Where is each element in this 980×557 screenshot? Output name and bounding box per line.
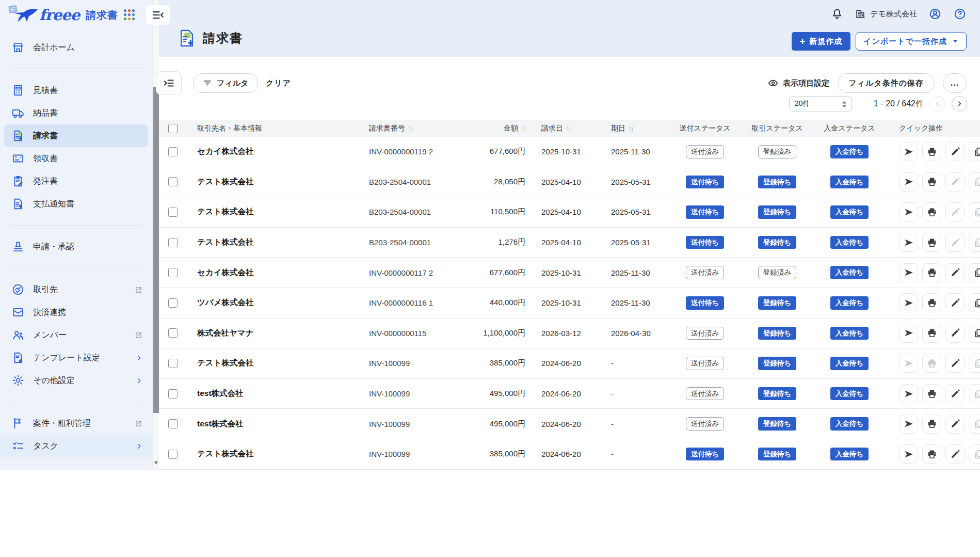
company-name-cell[interactable]: テスト株式会社 [186,237,350,248]
sidebar-item-15[interactable]: その他設定 [0,369,152,392]
row-checkbox[interactable] [168,419,178,428]
scrollbar-down-arrow-icon[interactable]: ▼ [153,460,159,466]
print-action-button[interactable] [922,444,941,464]
filter-button[interactable]: フィルタ [193,73,258,93]
invoice-row[interactable]: test株式会社 INV-100099 495,000円 2024-06-20 … [159,379,980,409]
sidebar-scrollbar-thumb[interactable] [153,87,159,413]
sidebar-item-6[interactable]: 発注書 [0,170,152,193]
bulk-import-button[interactable]: インポートで一括作成 [856,32,967,51]
invoice-row[interactable]: テスト株式会社 B203-2504-00001 28,050円 2025-04-… [159,167,980,198]
row-checkbox[interactable] [168,298,178,308]
sidebar-collapse-button[interactable] [146,5,170,25]
send-action-button[interactable] [899,293,918,312]
copy-action-button[interactable] [969,293,980,312]
invoice-row[interactable]: テスト株式会社 INV-100099 385,000円 2024-06-20 -… [159,348,980,379]
send-action-button[interactable] [899,142,918,161]
sidebar-item-14[interactable]: テンプレート設定 [0,346,152,369]
invoice-row[interactable]: テスト株式会社 B203-2504-00001 110,500円 2025-04… [159,197,980,228]
edit-action-button[interactable] [945,384,965,403]
edit-action-button[interactable] [945,415,965,434]
company-name-cell[interactable]: ツバメ株式会社 [186,297,350,308]
column-header-number[interactable]: 請求書番号 ↑↓ [350,124,454,133]
app-launcher-grid-icon[interactable] [124,9,135,21]
column-header-due_date[interactable]: 期日 ↑↓ [599,124,669,133]
row-checkbox[interactable] [168,328,178,338]
print-action-button[interactable] [922,293,941,312]
send-action-button[interactable] [899,324,918,343]
company-name-cell[interactable]: テスト株式会社 [186,206,350,217]
freee-logo[interactable]: freee 請求書 [8,4,118,26]
sidebar-item-0[interactable]: 会計ホーム [0,36,152,59]
row-checkbox[interactable] [168,177,178,186]
company-switcher[interactable]: デモ株式会社 [855,8,917,20]
invoice-row[interactable]: テスト株式会社 INV-100099 385,000円 2024-06-20 -… [159,439,980,470]
print-action-button[interactable] [922,324,941,343]
edit-action-button[interactable] [945,142,965,161]
edit-action-button[interactable] [945,263,965,282]
send-action-button[interactable] [899,263,918,282]
company-name-cell[interactable]: テスト株式会社 [186,177,350,187]
invoice-row[interactable]: 株式会社ヤマナ INV-0000000115 1,100,000円 2026-0… [159,319,980,349]
edit-action-button[interactable] [945,293,965,312]
invoice-row[interactable]: ツバメ株式会社 INV-0000000116 1 440,000円 2025-1… [159,288,980,319]
send-action-button[interactable] [899,172,918,192]
print-action-button[interactable] [922,202,941,221]
print-action-button[interactable] [922,384,941,403]
edit-action-button[interactable] [945,444,965,464]
edit-action-button[interactable] [945,324,965,343]
copy-action-button[interactable] [969,324,980,343]
row-checkbox[interactable] [168,389,178,399]
sidebar-item-12[interactable]: 決済連携 [0,301,152,324]
sidebar-item-3[interactable]: 納品書 [0,102,152,124]
sidebar-item-17[interactable]: 案件・粗利管理 [0,412,152,435]
copy-action-button[interactable] [969,142,980,161]
company-name-cell[interactable]: セカイ株式会社 [186,146,350,157]
company-name-cell[interactable]: test株式会社 [186,419,350,429]
row-checkbox[interactable] [168,147,178,156]
page-size-select[interactable]: 20件 [789,96,852,112]
select-all-checkbox[interactable] [168,124,178,133]
sidebar-item-11[interactable]: 取引先 [0,278,152,301]
sidebar-item-5[interactable]: 領収書 [0,147,152,170]
row-checkbox[interactable] [168,208,178,217]
print-action-button[interactable] [922,142,941,161]
sidebar-item-9[interactable]: 申請・承認 [0,235,152,258]
row-checkbox[interactable] [168,359,178,368]
company-name-cell[interactable]: セカイ株式会社 [186,267,350,278]
print-action-button[interactable] [922,172,941,192]
clear-filter-button[interactable]: クリア [266,73,291,93]
send-action-button[interactable] [899,233,918,252]
account-menu-button[interactable] [928,7,942,21]
help-button[interactable] [953,7,967,21]
company-name-cell[interactable]: 株式会社ヤマナ [186,328,350,339]
next-page-button[interactable] [952,96,967,112]
company-name-cell[interactable]: テスト株式会社 [186,449,350,459]
sidebar-item-13[interactable]: メンバー [0,324,152,346]
more-options-button[interactable]: ... [943,73,967,93]
row-checkbox[interactable] [168,238,178,247]
notifications-button[interactable] [831,8,843,20]
send-action-button[interactable] [899,202,918,221]
copy-action-button[interactable] [969,263,980,282]
send-action-button[interactable] [899,415,918,434]
company-name-cell[interactable]: テスト株式会社 [186,358,350,369]
invoice-row[interactable]: セカイ株式会社 INV-0000000119 2 677,600円 2025-1… [159,137,980,167]
column-header-amount[interactable]: 金額 ↑↓ [454,124,529,133]
invoice-row[interactable]: テスト株式会社 B203-2504-00001 1,276円 2025-04-1… [159,228,980,258]
column-header-invoice_date[interactable]: 請求日 ↑↓ [529,124,599,133]
sidebar-item-7[interactable]: 支払通知書 [0,193,152,215]
invoice-row[interactable]: test株式会社 INV-100099 495,000円 2024-06-20 … [159,409,980,439]
save-filter-button[interactable]: フィルタ条件の保存 [838,73,935,93]
send-action-button[interactable] [899,444,918,464]
print-action-button[interactable] [922,263,941,282]
row-checkbox[interactable] [168,450,178,459]
company-name-cell[interactable]: test株式会社 [186,388,350,399]
expand-filter-panel-button[interactable] [156,71,182,95]
invoice-row[interactable]: セカイ株式会社 INV-0000000117 2 677,600円 2025-1… [159,258,980,288]
sidebar-item-4[interactable]: 請求書 [4,124,148,147]
row-checkbox[interactable] [168,268,178,277]
create-new-button[interactable]: + 新規作成 [792,32,851,51]
print-action-button[interactable] [922,415,941,434]
sidebar-scrollbar-track[interactable]: ▼ [152,0,159,470]
print-action-button[interactable] [922,233,941,252]
